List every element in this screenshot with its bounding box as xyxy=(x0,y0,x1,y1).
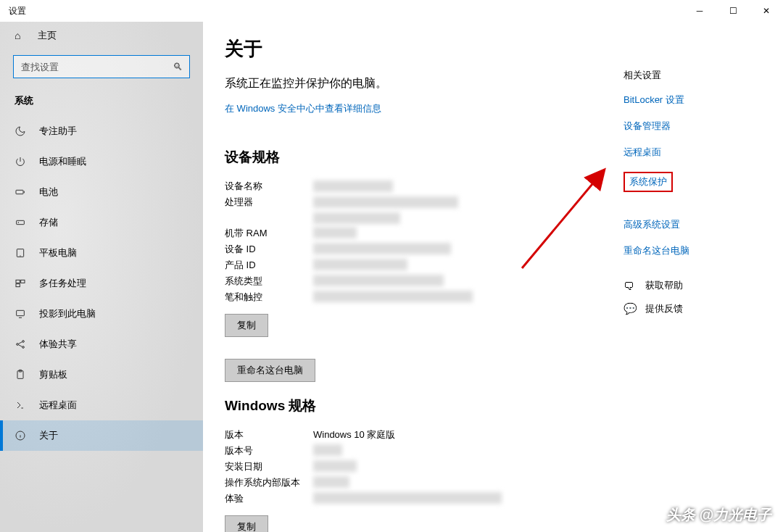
spec-label: 机带 RAM xyxy=(225,227,313,240)
share-icon xyxy=(14,338,26,350)
device-manager-link[interactable]: 设备管理器 xyxy=(624,120,761,133)
redacted-value xyxy=(313,492,502,504)
svg-point-10 xyxy=(22,346,25,349)
redacted-value xyxy=(313,243,451,254)
spec-label: 产品 ID xyxy=(225,259,313,272)
multitask-icon xyxy=(14,278,26,289)
feedback-icon: 💬 xyxy=(624,302,638,315)
nav-item-about[interactable]: 关于 xyxy=(0,420,203,451)
spec-label: 操作系统内部版本 xyxy=(225,476,313,489)
redacted-value xyxy=(313,259,407,270)
sidebar: ⌂ 主页 🔍︎ 系统 专注助手 电源和睡眠 电池 存储 平板电脑 多任务处理 xyxy=(0,22,203,532)
rename-pc-link[interactable]: 重命名这台电脑 xyxy=(624,244,761,257)
nav-label: 电池 xyxy=(39,186,58,199)
power-icon xyxy=(14,156,26,167)
app-title: 设置 xyxy=(9,5,26,17)
nav-label: 专注助手 xyxy=(39,125,77,138)
spec-label: 安装日期 xyxy=(225,460,313,473)
nav-label: 电源和睡眠 xyxy=(39,155,86,168)
feedback-link[interactable]: 💬 提供反馈 xyxy=(624,302,761,315)
page-title: 关于 xyxy=(225,36,761,62)
nav-label: 平板电脑 xyxy=(39,246,77,259)
remote-icon xyxy=(14,399,26,411)
storage-icon xyxy=(14,217,26,228)
spec-label: 版本号 xyxy=(225,444,313,457)
spec-label: 处理器 xyxy=(225,196,313,209)
titlebar: 设置 xyxy=(0,0,783,22)
window-controls: ─ ☐ ✕ xyxy=(683,0,783,22)
nav-label: 多任务处理 xyxy=(39,277,86,290)
nav-label: 远程桌面 xyxy=(39,399,77,412)
nav-item-multitask[interactable]: 多任务处理 xyxy=(0,268,203,299)
nav-item-remote-desktop[interactable]: 远程桌面 xyxy=(0,390,203,420)
redacted-value xyxy=(313,476,349,488)
redacted-value xyxy=(313,180,393,192)
get-help-link[interactable]: 🗨 获取帮助 xyxy=(624,279,761,292)
advanced-system-link[interactable]: 高级系统设置 xyxy=(624,218,761,231)
nav-item-tablet[interactable]: 平板电脑 xyxy=(0,238,203,268)
spec-label: 设备 ID xyxy=(225,243,313,256)
related-settings-panel: 相关设置 BitLocker 设置 设备管理器 远程桌面 系统保护 高级系统设置… xyxy=(624,69,761,325)
svg-rect-7 xyxy=(17,310,25,315)
svg-point-8 xyxy=(17,344,19,346)
get-help-label: 获取帮助 xyxy=(645,279,683,292)
minimize-button[interactable]: ─ xyxy=(683,0,716,22)
nav-label: 体验共享 xyxy=(39,338,77,351)
nav-item-storage[interactable]: 存储 xyxy=(0,207,203,238)
feedback-label: 提供反馈 xyxy=(645,302,683,315)
nav-list: 专注助手 电源和睡眠 电池 存储 平板电脑 多任务处理 投影到此电脑 体验共享 xyxy=(0,116,203,451)
redacted-value xyxy=(313,212,400,224)
redacted-value xyxy=(313,444,342,456)
spec-label: 版本 xyxy=(225,428,313,441)
home-link[interactable]: ⌂ 主页 xyxy=(0,22,203,49)
nav-item-clipboard[interactable]: 剪贴板 xyxy=(0,359,203,390)
main-content: 关于 系统正在监控并保护你的电脑。 在 Windows 安全中心中查看详细信息 … xyxy=(203,22,783,532)
redacted-value xyxy=(313,196,458,208)
redacted-value xyxy=(313,460,357,472)
nav-item-battery[interactable]: 电池 xyxy=(0,177,203,207)
security-center-link[interactable]: 在 Windows 安全中心中查看详细信息 xyxy=(225,102,381,115)
remote-desktop-link[interactable]: 远程桌面 xyxy=(624,146,761,159)
rename-pc-button[interactable]: 重命名这台电脑 xyxy=(225,359,315,382)
spec-label: 笔和触控 xyxy=(225,291,313,304)
copy-windows-spec-button[interactable]: 复制 xyxy=(225,515,268,532)
spec-label: 设备名称 xyxy=(225,180,313,193)
windows-spec-table: 版本Windows 10 家庭版 版本号 安装日期 操作系统内部版本 体验 xyxy=(225,427,761,507)
home-icon: ⌂ xyxy=(14,30,26,41)
svg-rect-5 xyxy=(21,280,25,283)
svg-rect-6 xyxy=(16,284,20,287)
nav-label: 关于 xyxy=(39,429,58,442)
nav-item-focus-assist[interactable]: 专注助手 xyxy=(0,116,203,146)
spec-label: 体验 xyxy=(225,492,313,505)
bitlocker-link[interactable]: BitLocker 设置 xyxy=(624,93,761,107)
search-icon: 🔍︎ xyxy=(166,61,189,72)
close-button[interactable]: ✕ xyxy=(750,0,783,22)
nav-item-power[interactable]: 电源和睡眠 xyxy=(0,146,203,177)
nav-item-projecting[interactable]: 投影到此电脑 xyxy=(0,299,203,329)
search-input[interactable] xyxy=(14,62,166,72)
related-settings-heading: 相关设置 xyxy=(624,69,761,82)
watermark: 头条 @力光电子 xyxy=(666,505,771,525)
system-protection-link[interactable]: 系统保护 xyxy=(624,172,673,192)
help-icon: 🗨 xyxy=(624,280,638,292)
nav-item-sharing[interactable]: 体验共享 xyxy=(0,329,203,359)
project-icon xyxy=(14,308,26,320)
tablet-icon xyxy=(14,247,26,259)
copy-device-spec-button[interactable]: 复制 xyxy=(225,314,268,337)
info-icon xyxy=(14,430,26,441)
windows-spec-heading: Windows 规格 xyxy=(225,396,761,415)
svg-rect-4 xyxy=(16,280,20,283)
svg-rect-0 xyxy=(16,190,23,194)
spec-label: 系统类型 xyxy=(225,275,313,288)
svg-point-2 xyxy=(18,223,19,223)
maximize-button[interactable]: ☐ xyxy=(716,0,750,22)
search-box[interactable]: 🔍︎ xyxy=(13,55,190,78)
battery-icon xyxy=(14,186,26,198)
spec-label xyxy=(225,212,313,224)
svg-point-9 xyxy=(22,341,25,343)
moon-icon xyxy=(14,125,26,137)
nav-label: 投影到此电脑 xyxy=(39,307,96,320)
home-label: 主页 xyxy=(38,29,57,42)
redacted-value xyxy=(313,291,473,302)
clipboard-icon xyxy=(14,369,26,381)
